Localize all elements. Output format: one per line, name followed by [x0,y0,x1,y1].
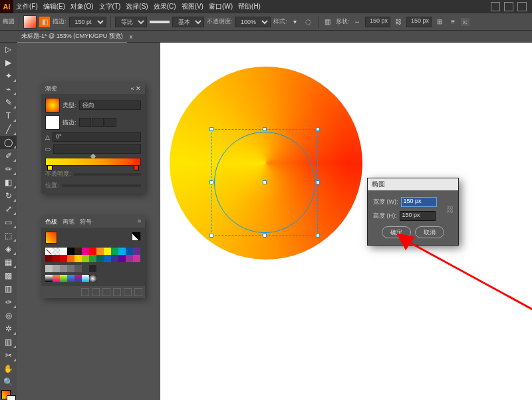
scale-tool[interactable]: ⤢ [0,202,17,216]
document-tab[interactable]: 未标题-1* @ 153% (CMYK/GPU 预览) [17,31,127,43]
tab-swatches[interactable]: 色板 [45,218,57,226]
blend-tool[interactable]: ◎ [0,309,17,322]
perspective-icon[interactable] [504,2,513,11]
eyedropper-tool[interactable]: ✑ [0,296,17,309]
swatch-grid[interactable] [45,248,141,282]
swatches-panel[interactable]: 色板 画笔 符号 ≡ [41,216,145,298]
delete-swatch-icon[interactable] [134,288,142,296]
uniform-select[interactable]: 等比 [115,17,147,27]
fill-swatch[interactable] [23,15,37,29]
align-icon[interactable]: ▥ [323,17,333,27]
ellipse-dialog[interactable]: 椭圆 宽度 (W): 150 px 高度 (H): 150 px ⛓ 确定 取消 [367,178,459,246]
show-kind-icon[interactable] [92,288,100,296]
transform-icon[interactable]: ⊞ [434,17,445,27]
gradient-type-select[interactable]: 径向 [79,100,141,110]
mesh-tool[interactable]: ▩ [0,269,17,282]
new-swatch-icon[interactable] [124,288,132,296]
paintbrush-tool[interactable]: ✐ [0,149,17,162]
style-select[interactable]: ▾ [290,17,301,27]
tab-close-icon[interactable]: x [130,33,133,40]
direct-selection-tool[interactable]: ▶ [0,56,17,69]
pen-tool[interactable]: ✎ [0,96,17,109]
handle-tr[interactable] [316,127,320,131]
rotate-tool[interactable]: ↻ [0,189,17,202]
w-link-icon[interactable]: ↔ [352,17,362,27]
gradient-tool[interactable]: ▥ [0,282,17,296]
handle-br[interactable] [316,234,320,238]
gradient-slider[interactable] [45,158,141,166]
handle-tm[interactable] [263,127,267,131]
height-label: 高度 (H): [373,212,397,220]
gradient-preview[interactable] [45,98,60,112]
ok-button[interactable]: 确定 [382,226,411,238]
handle-bl[interactable] [209,234,213,238]
handle-bm[interactable] [263,234,267,238]
fill-mode-icon[interactable]: ◧ [39,17,50,27]
hand-tool[interactable]: ✋ [0,362,17,375]
symbol-sprayer-tool[interactable]: ✲ [0,322,17,335]
stroke-label: 描边: [63,118,76,127]
selection-ellipse-path[interactable] [214,132,315,233]
opacity-slider[interactable] [74,173,141,176]
width-field[interactable]: 150 px [365,17,390,27]
stroke-preview-box[interactable] [45,115,60,130]
height-field[interactable]: 150 px [406,17,432,27]
profile-select[interactable]: 基本 [172,17,204,27]
perspective-tool[interactable]: ▦ [0,256,17,269]
menu-file[interactable]: 文件(F) [13,2,41,11]
swatch-libraries-icon[interactable] [81,288,89,296]
stroke-weight[interactable]: 150 pt [69,17,106,27]
cancel-button[interactable]: 取消 [415,226,444,238]
menu-effect[interactable]: 效果(C) [151,2,179,11]
handle-ml[interactable] [209,180,213,184]
tab-symbols[interactable]: 符号 [80,218,92,226]
shape-builder-tool[interactable]: ◈ [0,242,17,256]
swatch-options-icon[interactable] [102,288,110,296]
menu-window[interactable]: 窗口(W) [206,2,235,11]
angle-field[interactable]: 0° [53,132,141,142]
arrange-icon[interactable] [517,2,527,11]
fill-indicator[interactable] [45,232,57,244]
slice-tool[interactable]: ✂ [0,349,17,362]
menu-type[interactable]: 文字(T) [96,2,124,11]
grid-icon[interactable] [491,2,500,11]
height-input[interactable]: 150 px [400,211,436,221]
panel-close-icon[interactable]: « ✕ [130,85,141,92]
stroke-gradient-buttons[interactable] [79,118,116,127]
selection-tool[interactable]: ▷ [0,43,17,56]
stroke-label: 描边: [53,17,66,26]
free-transform-tool[interactable]: ⬚ [0,229,17,242]
column-graph-tool[interactable]: ▥ [0,335,17,349]
location-slider[interactable] [62,184,141,187]
more-icon[interactable]: ≡ [448,17,458,27]
handle-mr[interactable] [316,180,320,184]
link-wh-icon[interactable]: ⛓ [393,17,404,27]
type-tool[interactable]: T [0,109,17,122]
zoom-tool[interactable]: 🔍 [0,375,17,389]
eraser-tool[interactable]: ◧ [0,176,17,189]
menu-object[interactable]: 对象(O) [68,2,96,11]
menu-view[interactable]: 视图(V) [179,2,206,11]
gradient-panel[interactable]: 渐变 « ✕ 类型: 径向 描边: △ 0° ⬭ 不透明度: 位置: [41,83,145,194]
width-input[interactable]: 150 px [401,197,437,207]
dialog-title[interactable]: 椭圆 [368,178,458,190]
menu-edit[interactable]: 编辑(E) [41,2,68,11]
fill-stroke-indicator[interactable] [1,390,16,400]
tab-brushes[interactable]: 画笔 [63,218,74,226]
constrain-link-icon[interactable]: ⛓ [446,205,454,214]
aspect-field[interactable] [53,144,141,154]
menu-help[interactable]: 帮助(H) [235,2,263,11]
recolor-icon[interactable]: ◌ [303,17,314,27]
ellipse-tool[interactable]: ◯ [0,136,17,149]
lasso-tool[interactable]: ⌁ [0,83,17,96]
line-tool[interactable]: ╱ [0,122,17,136]
menu-select[interactable]: 选择(S) [123,2,150,11]
magic-wand-tool[interactable]: ✦ [0,69,17,83]
view-list-icon[interactable] [132,232,141,241]
new-group-icon[interactable] [113,288,121,296]
width-tool[interactable]: ▭ [0,216,17,229]
opacity-select[interactable]: 100% [235,17,271,27]
handle-tl[interactable] [209,127,213,131]
pencil-tool[interactable]: ✏ [0,162,17,176]
panel-menu-icon[interactable]: ≡ [138,218,141,226]
